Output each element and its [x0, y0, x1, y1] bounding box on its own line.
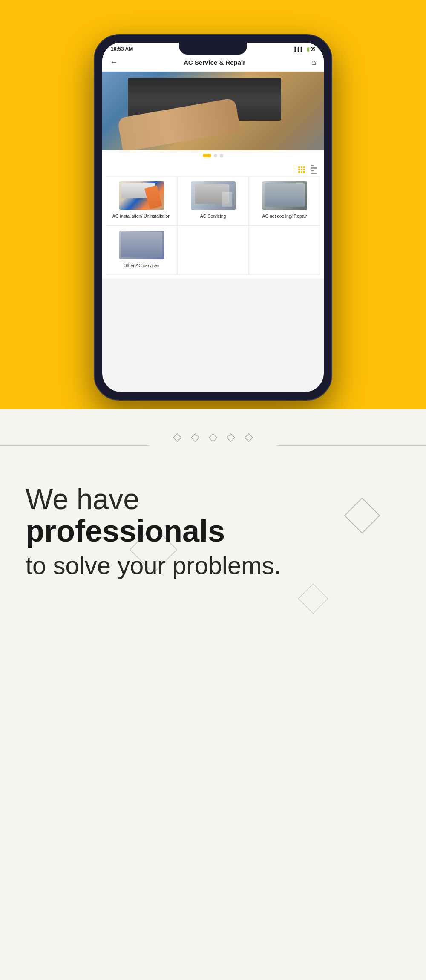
- service-label-servicing: AC Servicing: [200, 213, 226, 219]
- bottom-section: We have professionals to solve your prob…: [0, 409, 426, 980]
- service-card-other[interactable]: Other AC services: [106, 226, 177, 275]
- carousel-dot-3[interactable]: [220, 154, 223, 157]
- separator-diamond-5: [245, 433, 253, 442]
- grid-view-button[interactable]: [298, 166, 305, 173]
- list-view-button[interactable]: [311, 165, 317, 174]
- service-img-servicing: [191, 181, 236, 210]
- separator-diamond-1: [173, 433, 181, 442]
- headline-solve: to solve your problems.: [26, 551, 400, 580]
- top-section: 10:53 AM ▌▌▌ 🔋85 ← AC Service & Repair ⌂: [0, 0, 426, 409]
- service-img-cooling: [262, 181, 307, 210]
- service-img-installation: [119, 181, 164, 210]
- separator-diamond-4: [227, 433, 235, 442]
- service-card-empty-2: [249, 226, 320, 275]
- service-card-empty-1: [177, 226, 249, 275]
- separator-diamond-2: [191, 433, 199, 442]
- service-card-installation[interactable]: AC Installation/ Uninstallation: [106, 176, 177, 226]
- headline-professionals: professionals: [26, 515, 400, 548]
- cooling-image: [262, 181, 307, 210]
- signal-icon: ▌▌▌: [295, 47, 304, 52]
- carousel-dots: [102, 150, 324, 161]
- separator: [0, 409, 426, 458]
- installation-image: [119, 181, 164, 210]
- service-card-servicing[interactable]: AC Servicing: [177, 176, 249, 226]
- phone-frame: 10:53 AM ▌▌▌ 🔋85 ← AC Service & Repair ⌂: [94, 34, 332, 401]
- hero-ac-scene: [102, 72, 324, 150]
- phone-screen: 10:53 AM ▌▌▌ 🔋85 ← AC Service & Repair ⌂: [102, 43, 324, 392]
- grid-icon: [298, 166, 305, 173]
- back-button[interactable]: ←: [110, 58, 118, 67]
- hero-image: [102, 72, 324, 150]
- carousel-dot-1[interactable]: [203, 154, 211, 157]
- other-image: [119, 231, 164, 259]
- battery-icon: 🔋85: [305, 47, 315, 52]
- service-img-other: [119, 231, 164, 259]
- headline-we-have: We have: [26, 483, 400, 515]
- view-toggle: [102, 161, 324, 176]
- nav-bar: ← AC Service & Repair ⌂: [102, 54, 324, 72]
- service-label-cooling: AC not cooling/ Repair: [262, 213, 307, 219]
- phone-notch: [179, 43, 247, 55]
- status-icons: ▌▌▌ 🔋85: [295, 47, 315, 52]
- service-label-other: Other AC services: [124, 263, 160, 269]
- page-title: AC Service & Repair: [184, 59, 245, 66]
- status-time: 10:53 AM: [111, 46, 133, 52]
- services-grid: AC Installation/ Uninstallation AC Servi…: [102, 176, 324, 278]
- service-label-installation: AC Installation/ Uninstallation: [112, 213, 171, 219]
- home-button[interactable]: ⌂: [311, 58, 316, 67]
- service-card-cooling[interactable]: AC not cooling/ Repair: [249, 176, 320, 226]
- servicing-image: [191, 181, 236, 210]
- hero-text-block: We have professionals to solve your prob…: [0, 458, 426, 597]
- list-icon: [311, 165, 317, 174]
- carousel-dot-2[interactable]: [214, 154, 217, 157]
- separator-diamond-3: [209, 433, 217, 442]
